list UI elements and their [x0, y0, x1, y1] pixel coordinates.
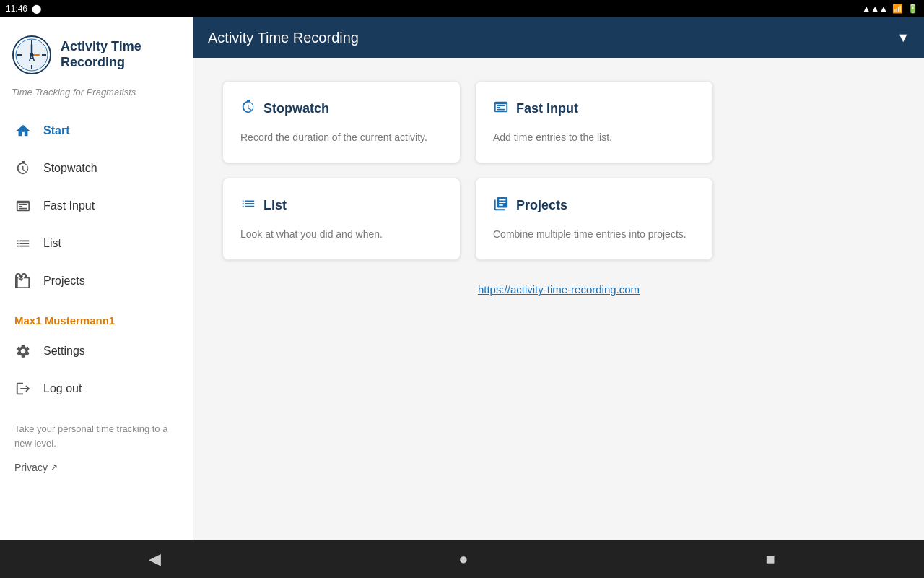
- sidebar-item-start[interactable]: Start: [0, 112, 193, 150]
- card-list-description: Look at what you did and when.: [240, 227, 443, 242]
- sidebar-item-fast-input[interactable]: Fast Input: [0, 187, 193, 225]
- dropdown-icon[interactable]: ▼: [897, 30, 910, 46]
- card-projects-title: Projects: [493, 196, 695, 215]
- app-logo-icon: A: [12, 35, 52, 75]
- card-stopwatch-title: Stopwatch: [240, 99, 443, 118]
- card-fast-input-icon: [493, 99, 509, 118]
- top-bar: Activity Time Recording ▼: [193, 17, 924, 58]
- card-list-title: List: [240, 196, 443, 215]
- card-stopwatch-description: Record the duration of the current activ…: [240, 130, 443, 145]
- sidebar: A Activity Time Recording Time Tracking …: [0, 17, 193, 540]
- sidebar-item-settings[interactable]: Settings: [0, 332, 193, 370]
- card-fast-input[interactable]: Fast Input Add time entries to the list.: [475, 81, 713, 163]
- sidebar-username: Max1 Mustermann1: [0, 300, 193, 332]
- sidebar-tagline: Time Tracking for Pragmatists: [0, 87, 193, 112]
- home-icon: [14, 122, 32, 139]
- sidebar-label-projects: Projects: [43, 275, 85, 288]
- card-list[interactable]: List Look at what you did and when.: [222, 178, 461, 260]
- card-projects-label: Projects: [516, 198, 567, 213]
- status-time: 11:46: [6, 4, 27, 14]
- app-name: Activity Time Recording: [61, 39, 181, 70]
- svg-text:A: A: [29, 53, 35, 63]
- card-fast-input-label: Fast Input: [516, 101, 578, 116]
- sidebar-label-start: Start: [43, 124, 69, 137]
- sidebar-logo: A Activity Time Recording: [0, 29, 193, 87]
- website-link[interactable]: https://activity-time-recording.com: [222, 283, 895, 296]
- wifi-icon: 📶: [892, 4, 903, 14]
- settings-icon: [14, 342, 32, 360]
- bottom-nav-bar: ◀ ● ■: [0, 540, 924, 578]
- page-title: Activity Time Recording: [208, 30, 359, 46]
- terminal-icon: [14, 197, 32, 215]
- status-bar: 11:46 ⬤ ▲▲▲ 📶 🔋: [0, 0, 924, 17]
- android-icon: ⬤: [32, 4, 41, 14]
- main-content: Activity Time Recording ▼ Stopwatch Reco…: [193, 17, 924, 540]
- sidebar-footer-text: Take your personal time tracking to a ne…: [0, 407, 193, 456]
- stopwatch-icon: [14, 160, 32, 177]
- card-fast-input-title: Fast Input: [493, 99, 695, 118]
- settings-label: Settings: [43, 345, 85, 358]
- sidebar-item-stopwatch[interactable]: Stopwatch: [0, 150, 193, 187]
- sidebar-label-list: List: [43, 237, 61, 250]
- back-button[interactable]: ◀: [134, 544, 175, 574]
- card-projects-description: Combine multiple time entries into proje…: [493, 227, 695, 242]
- page-content: Stopwatch Record the duration of the cur…: [193, 58, 924, 540]
- card-stopwatch-label: Stopwatch: [263, 101, 329, 116]
- projects-icon: [14, 272, 32, 290]
- home-button[interactable]: ●: [444, 544, 482, 574]
- signal-icon: ▲▲▲: [862, 4, 888, 14]
- card-projects[interactable]: Projects Combine multiple time entries i…: [475, 178, 713, 260]
- privacy-link[interactable]: Privacy ↗: [0, 456, 193, 479]
- sidebar-item-logout[interactable]: Log out: [0, 370, 193, 407]
- card-list-icon: [240, 196, 256, 215]
- card-fast-input-description: Add time entries to the list.: [493, 130, 695, 145]
- card-list-label: List: [263, 198, 287, 213]
- cards-grid: Stopwatch Record the duration of the cur…: [222, 81, 713, 260]
- recents-button[interactable]: ■: [751, 544, 790, 574]
- privacy-label: Privacy: [14, 462, 48, 473]
- external-link-icon: ↗: [51, 462, 58, 473]
- list-icon: [14, 235, 32, 252]
- sidebar-nav: Start Stopwatch Fast Input List: [0, 112, 193, 300]
- sidebar-item-list[interactable]: List: [0, 225, 193, 262]
- card-projects-icon: [493, 196, 509, 215]
- sidebar-item-projects[interactable]: Projects: [0, 262, 193, 300]
- app-container: A Activity Time Recording Time Tracking …: [0, 17, 924, 540]
- sidebar-label-stopwatch: Stopwatch: [43, 162, 97, 175]
- card-stopwatch[interactable]: Stopwatch Record the duration of the cur…: [222, 81, 461, 163]
- logout-label: Log out: [43, 382, 82, 395]
- battery-icon: 🔋: [907, 4, 918, 14]
- card-stopwatch-icon: [240, 99, 256, 118]
- sidebar-label-fast-input: Fast Input: [43, 199, 95, 212]
- logout-icon: [14, 380, 32, 397]
